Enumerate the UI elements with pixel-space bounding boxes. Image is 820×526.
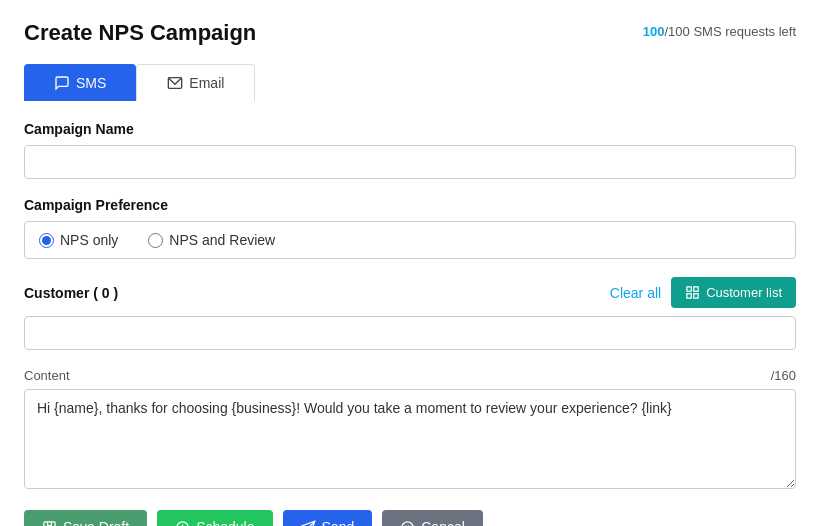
chat-icon <box>54 75 70 91</box>
content-textarea[interactable] <box>24 389 796 489</box>
sms-requests-label: SMS requests left <box>693 24 796 39</box>
svg-rect-1 <box>687 287 691 291</box>
campaign-preference-label: Campaign Preference <box>24 197 796 213</box>
save-icon <box>42 520 57 527</box>
campaign-preference-section: Campaign Preference NPS only NPS and Rev… <box>24 197 796 259</box>
send-button[interactable]: Send <box>283 510 373 526</box>
radio-nps-only-input[interactable] <box>39 233 54 248</box>
cancel-icon <box>400 520 415 527</box>
tab-row: SMS Email <box>24 64 796 101</box>
radio-nps-only-label: NPS only <box>60 232 118 248</box>
schedule-label: Schedule <box>196 519 254 526</box>
preference-options-box: NPS only NPS and Review <box>24 221 796 259</box>
schedule-button[interactable]: Schedule <box>157 510 272 526</box>
tab-email-label: Email <box>189 75 224 91</box>
content-header: Content /160 <box>24 368 796 383</box>
svg-rect-4 <box>694 294 698 298</box>
send-label: Send <box>322 519 355 526</box>
clear-all-button[interactable]: Clear all <box>610 285 661 301</box>
cancel-button[interactable]: Cancel <box>382 510 483 526</box>
customer-actions: Clear all Customer list <box>610 277 796 308</box>
tab-email[interactable]: Email <box>136 64 255 101</box>
save-draft-label: Save Draft <box>63 519 129 526</box>
customer-header: Customer ( 0 ) Clear all Customer list <box>24 277 796 308</box>
radio-nps-and-review[interactable]: NPS and Review <box>148 232 275 248</box>
customer-list-button[interactable]: Customer list <box>671 277 796 308</box>
footer-actions: Save Draft Schedule Send Cancel <box>24 510 796 526</box>
sms-requests-info: 100/100 SMS requests left <box>643 24 796 39</box>
cancel-label: Cancel <box>421 519 465 526</box>
campaign-name-label: Campaign Name <box>24 121 796 137</box>
clock-icon <box>175 520 190 527</box>
customer-title: Customer ( 0 ) <box>24 285 118 301</box>
customer-list-label: Customer list <box>706 285 782 300</box>
save-draft-button[interactable]: Save Draft <box>24 510 147 526</box>
radio-nps-and-review-label: NPS and Review <box>169 232 275 248</box>
content-counter: /160 <box>771 368 796 383</box>
radio-nps-and-review-input[interactable] <box>148 233 163 248</box>
page-header: Create NPS Campaign 100/100 SMS requests… <box>24 20 796 46</box>
svg-rect-3 <box>687 294 691 298</box>
campaign-name-section: Campaign Name <box>24 121 796 197</box>
customer-search-input[interactable] <box>24 316 796 350</box>
send-icon <box>301 520 316 527</box>
svg-point-9 <box>402 521 413 526</box>
tab-sms-label: SMS <box>76 75 106 91</box>
list-icon <box>685 285 700 300</box>
content-label: Content <box>24 368 70 383</box>
radio-nps-only[interactable]: NPS only <box>39 232 118 248</box>
tab-sms[interactable]: SMS <box>24 64 136 101</box>
email-icon <box>167 75 183 91</box>
sms-requests-count: 100 <box>643 24 665 39</box>
svg-rect-2 <box>694 287 698 291</box>
page-title: Create NPS Campaign <box>24 20 256 46</box>
campaign-name-input[interactable] <box>24 145 796 179</box>
